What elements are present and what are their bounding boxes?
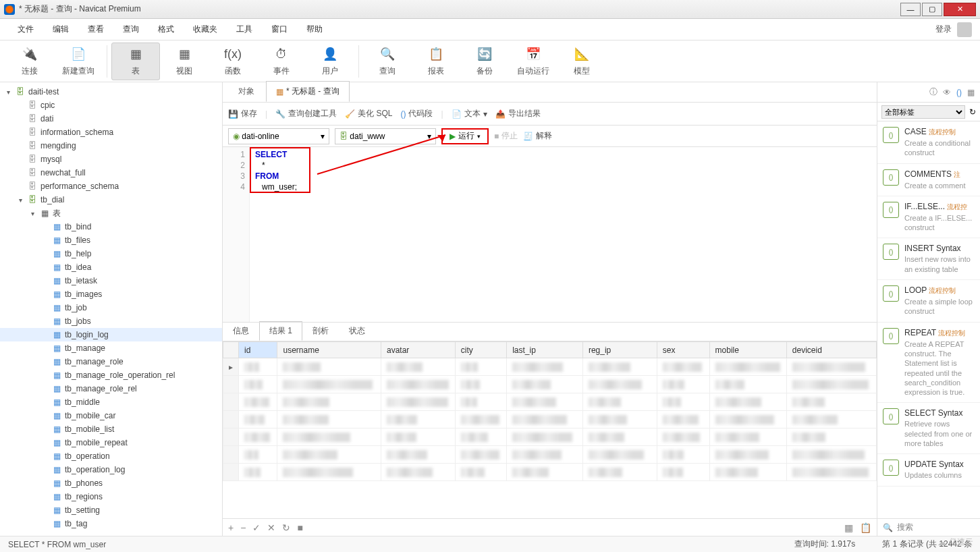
tree-tb_images[interactable]: ▦tb_images — [0, 287, 222, 301]
search-input[interactable]: 搜索 — [897, 522, 913, 533]
menu-编辑[interactable]: 编辑 — [43, 20, 78, 39]
col-reg_ip[interactable]: reg_ip — [582, 342, 657, 358]
tree-tb_dial[interactable]: ▾🗄tb_dial — [0, 193, 222, 206]
maximize-button[interactable]: ▢ — [922, 3, 942, 16]
menu-窗口[interactable]: 窗口 — [262, 20, 297, 39]
tree-tb_ietask[interactable]: ▦tb_ietask — [0, 274, 222, 287]
menu-收藏夹[interactable]: 收藏夹 — [184, 20, 227, 39]
tool-视图[interactable]: ▦视图 — [160, 43, 209, 80]
tool-事件[interactable]: ⏱事件 — [257, 43, 306, 80]
minimize-button[interactable]: — — [900, 3, 921, 16]
tag-filter-select[interactable]: 全部标签 — [881, 105, 965, 119]
sql-editor[interactable]: 1234 SELECT * FROM wm_user; — [223, 147, 877, 323]
close-button[interactable]: ✕ — [944, 3, 976, 16]
menu-查询[interactable]: 查询 — [113, 20, 148, 39]
tree-tb_manage_role[interactable]: ▦tb_manage_role — [0, 355, 222, 368]
code-icon[interactable]: () — [956, 88, 962, 97]
avatar[interactable] — [957, 22, 972, 37]
snippet-LOOP[interactable]: ()LOOP 流程控制Create a simple loop construc… — [877, 280, 980, 323]
tool-备份[interactable]: 🔄备份 — [460, 43, 509, 80]
apply-button[interactable]: ✓ — [252, 522, 261, 533]
code-snippet-button[interactable]: () 代码段 — [400, 108, 433, 119]
snippet-COMMENTS[interactable]: ()COMMENTS 注Create a comment — [877, 164, 980, 196]
snippet-CASE[interactable]: ()CASE 流程控制Create a conditional construc… — [877, 121, 980, 164]
tool-查询[interactable]: 🔍查询 — [363, 43, 412, 80]
col-username[interactable]: username — [277, 342, 381, 358]
menu-文件[interactable]: 文件 — [8, 20, 43, 39]
query-builder-button[interactable]: 🔧 查询创建工具 — [275, 108, 337, 119]
col-sex[interactable]: sex — [657, 342, 709, 358]
tree-tb_help[interactable]: ▦tb_help — [0, 247, 222, 260]
tool-报表[interactable]: 📋报表 — [412, 43, 460, 80]
grid-view-button[interactable]: ▦ — [844, 522, 853, 533]
tree-tb_jobs[interactable]: ▦tb_jobs — [0, 314, 222, 328]
tool-表[interactable]: ▦表 — [111, 43, 160, 80]
tree-performance_schema[interactable]: 🗄performance_schema — [0, 180, 222, 193]
col-last_ip[interactable]: last_ip — [507, 342, 583, 358]
tab-objects[interactable]: 对象 — [228, 81, 265, 102]
menu-工具[interactable]: 工具 — [227, 20, 262, 39]
form-view-button[interactable]: 📋 — [860, 522, 871, 533]
menu-帮助[interactable]: 帮助 — [297, 20, 332, 39]
tree-tb_files[interactable]: ▦tb_files — [0, 233, 222, 247]
tree-cpic[interactable]: 🗄cpic — [0, 99, 222, 112]
save-button[interactable]: 💾 保存 — [228, 108, 257, 119]
tree-tb_mobile_list[interactable]: ▦tb_mobile_list — [0, 422, 222, 436]
snippet-UPDATE Syntax[interactable]: ()UPDATE Syntax Updates columns — [877, 454, 980, 486]
refresh-button[interactable]: ↻ — [282, 522, 290, 533]
tree-tb_operation_log[interactable]: ▦tb_operation_log — [0, 463, 222, 476]
tree-tb_idea[interactable]: ▦tb_idea — [0, 260, 222, 274]
tool-自动运行[interactable]: 📅自动运行 — [509, 43, 557, 80]
tree-tb_mobile_repeat[interactable]: ▦tb_mobile_repeat — [0, 436, 222, 449]
tree-mengding[interactable]: 🗄mengding — [0, 139, 222, 153]
col-id[interactable]: id — [239, 342, 277, 358]
tree-tb_phones[interactable]: ▦tb_phones — [0, 476, 222, 490]
col-city[interactable]: city — [455, 342, 506, 358]
refresh-snippets-icon[interactable]: ↻ — [969, 107, 976, 117]
tree-tb_job[interactable]: ▦tb_job — [0, 301, 222, 314]
tool-连接[interactable]: 🔌连接 — [5, 43, 54, 80]
explain-button[interactable]: 🧾 解释 — [523, 130, 552, 142]
result-grid[interactable]: idusernameavatarcitylast_ipreg_ipsexmobi… — [223, 341, 877, 518]
tree-tb_regions[interactable]: ▦tb_regions — [0, 490, 222, 503]
tree-information_schema[interactable]: 🗄information_schema — [0, 126, 222, 139]
snippet-IF...ELSE...[interactable]: ()IF...ELSE... 流程控Create a IF...ELSE... … — [877, 196, 980, 239]
result-tab-status[interactable]: 状态 — [339, 321, 375, 341]
text-button[interactable]: 📄 文本 ▾ — [452, 108, 487, 119]
eye-icon[interactable]: 👁 — [943, 88, 951, 97]
info-icon[interactable]: ⓘ — [929, 86, 937, 98]
tree-newchat_full[interactable]: 🗄newchat_full — [0, 166, 222, 180]
tree-tb_setting[interactable]: ▦tb_setting — [0, 503, 222, 517]
col-deviceid[interactable]: deviceid — [786, 342, 876, 358]
tree-tb_operation[interactable]: ▦tb_operation — [0, 449, 222, 463]
beautify-sql-button[interactable]: 🧹 美化 SQL — [345, 108, 392, 119]
export-result-button[interactable]: 📤 导出结果 — [495, 108, 541, 119]
tree-tb_bind[interactable]: ▦tb_bind — [0, 220, 222, 233]
grid-icon[interactable]: ▦ — [967, 88, 975, 97]
run-button[interactable]: ▶ 运行 ▾ — [441, 128, 489, 144]
delete-row-button[interactable]: − — [240, 522, 246, 533]
tree-tb_manage_role_rel[interactable]: ▦tb_manage_role_rel — [0, 382, 222, 395]
stop-load-button[interactable]: ■ — [297, 522, 302, 533]
menu-查看[interactable]: 查看 — [78, 20, 113, 39]
menu-格式[interactable]: 格式 — [148, 20, 184, 39]
tree-tb_manage[interactable]: ▦tb_manage — [0, 341, 222, 355]
tree-表[interactable]: ▾▦表 — [0, 206, 222, 220]
tool-新建查询[interactable]: 📄新建查询 — [54, 43, 103, 80]
tool-用户[interactable]: 👤用户 — [306, 43, 354, 80]
right-panel-tabs[interactable]: ⓘ 👁 () ▦ — [877, 82, 980, 103]
connection-combo[interactable]: ◉ dati-online▾ — [228, 128, 329, 144]
tab-query[interactable]: ▦* 无标题 - 查询 — [266, 81, 350, 102]
tree-tb_manage_role_operation_rel[interactable]: ▦tb_manage_role_operation_rel — [0, 368, 222, 382]
snippet-INSERT Syntax[interactable]: ()INSERT Syntax Insert new rows into an … — [877, 238, 980, 280]
tree-mysql[interactable]: 🗄mysql — [0, 153, 222, 166]
result-tab-profile[interactable]: 剖析 — [302, 321, 339, 341]
add-row-button[interactable]: + — [228, 522, 234, 533]
tree-tb_login_log[interactable]: ▦tb_login_log — [0, 328, 222, 341]
snippet-SELECT Syntax[interactable]: ()SELECT Syntax Retrieve rows selected f… — [877, 403, 980, 454]
col-avatar[interactable]: avatar — [381, 342, 455, 358]
tree-daiti-test[interactable]: ▾🗄daiti-test — [0, 85, 222, 99]
database-combo[interactable]: 🗄 dati_www▾ — [335, 128, 436, 144]
connection-tree[interactable]: ▾🗄daiti-test🗄cpic🗄dati🗄information_schem… — [0, 82, 223, 536]
result-tab-result1[interactable]: 结果 1 — [259, 321, 302, 341]
